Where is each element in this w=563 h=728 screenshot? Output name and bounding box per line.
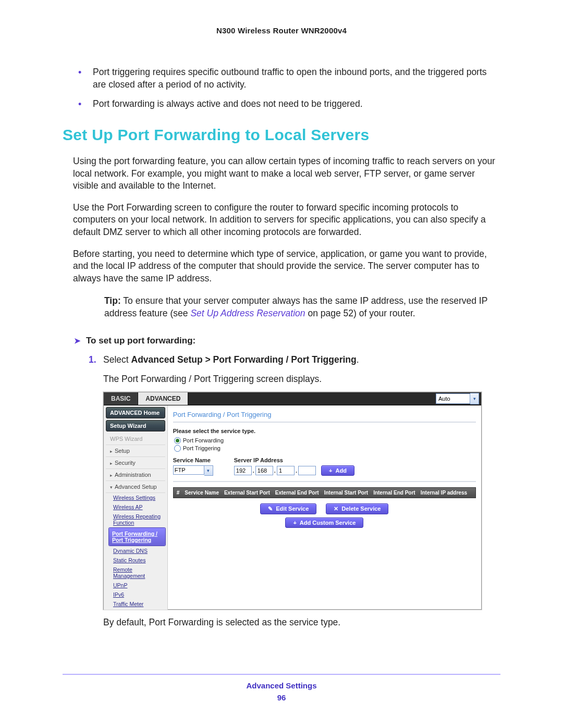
sidebar-item-setup-wizard[interactable]: Setup Wizard [106, 420, 165, 431]
edit-service-button[interactable]: ✎Edit Service [260, 503, 316, 514]
sidebar-sub-wireless-repeating[interactable]: Wireless Repeating Function [104, 512, 167, 527]
step-followup-text: By default, Port Forwarding is selected … [103, 617, 500, 628]
sidebar-sub-upnp[interactable]: UPnP [104, 581, 167, 590]
radio-port-triggering[interactable]: Port Triggering [174, 445, 476, 452]
th-int-start: Internal Start Port [324, 490, 368, 496]
radio-port-forwarding[interactable]: Port Forwarding [174, 437, 476, 444]
service-name-select[interactable] [173, 465, 204, 475]
triangle-right-icon: ▸ [110, 473, 113, 478]
step-item: 1. Select Advanced Setup > Port Forwardi… [89, 353, 500, 366]
sidebar-sub-wireless-ap[interactable]: Wireless AP [104, 502, 167, 512]
tip-text-post: on page 52) of your router. [305, 308, 415, 318]
refresh-input[interactable] [436, 393, 470, 404]
body-paragraph: Using the port forwarding feature, you c… [73, 155, 500, 192]
procedure-heading: ➤To set up port forwarding: [74, 336, 500, 346]
chevron-down-icon[interactable]: ▾ [204, 465, 213, 476]
rules-table-header: # Service Name External Start Port Exter… [173, 487, 476, 498]
page-header-product: N300 Wireless Router WNR2000v4 [63, 26, 500, 35]
tab-basic[interactable]: BASIC [104, 392, 138, 405]
button-label: Delete Service [341, 505, 381, 512]
button-label: Add Custom Service [300, 520, 356, 526]
ip-octet-3[interactable] [277, 466, 295, 475]
sidebar-sub-ipv6[interactable]: IPv6 [104, 590, 167, 599]
section-heading: Set Up Port Forwarding to Local Servers [63, 126, 500, 144]
sidebar-item-administration[interactable]: ▸Administration [106, 469, 165, 481]
step-number: 1. [89, 353, 96, 366]
footer-section: Advanced Settings [63, 681, 500, 690]
footer-page-number: 96 [63, 693, 500, 702]
bullet-item: Port forwarding is always active and doe… [72, 98, 500, 110]
th-ext-end: External End Port [275, 490, 319, 496]
router-ui-screenshot: BASIC ADVANCED ▾ ADVANCED Home Setup Wiz… [103, 392, 482, 610]
page-footer: Advanced Settings 96 [63, 674, 500, 702]
sidebar-sub-dynamic-dns[interactable]: Dynamic DNS [104, 546, 167, 556]
tip-label: Tip: [104, 295, 121, 306]
bullet-item: Port triggering requires specific outbou… [72, 66, 500, 91]
button-label: Add [336, 467, 347, 474]
sidebar-sub-wireless-settings[interactable]: Wireless Settings [104, 493, 167, 502]
chevron-right-icon: ➤ [74, 336, 81, 345]
step-subtext: The Port Forwarding / Port Triggering sc… [103, 374, 500, 385]
plus-icon: + [293, 520, 296, 526]
triangle-right-icon: ▸ [110, 449, 113, 454]
th-service-name: Service Name [185, 490, 219, 496]
service-row: Service Name ▾ Server IP Address . . . [173, 457, 476, 482]
sidebar-item-security[interactable]: ▸Security [106, 457, 165, 469]
radio-icon [174, 445, 181, 452]
refresh-select[interactable]: ▾ [436, 393, 479, 404]
tab-advanced[interactable]: ADVANCED [138, 392, 188, 405]
delete-service-button[interactable]: ✕Delete Service [326, 503, 388, 514]
sidebar-sub-static-routes[interactable]: Static Routes [104, 556, 167, 565]
th-ext-start: External Start Port [224, 490, 270, 496]
plus-icon: + [329, 467, 332, 474]
button-label: Edit Service [276, 505, 309, 512]
th-num: # [177, 490, 180, 496]
bullet-list: Port triggering requires specific outbou… [63, 66, 500, 110]
ip-octet-2[interactable] [255, 466, 273, 475]
triangle-right-icon: ▸ [110, 461, 113, 466]
step-list: 1. Select Advanced Setup > Port Forwardi… [89, 353, 500, 366]
sidebar: ADVANCED Home Setup Wizard WPS Wizard ▸S… [104, 405, 168, 610]
radio-icon [174, 437, 181, 444]
triangle-down-icon: ▾ [110, 485, 113, 490]
top-bar: BASIC ADVANCED ▾ [104, 392, 481, 405]
service-name-label: Service Name [173, 457, 213, 463]
step-text-pre: Select [103, 354, 131, 365]
chevron-down-icon[interactable]: ▾ [470, 393, 479, 404]
sidebar-item-label: Setup [115, 448, 130, 454]
body-paragraph: Before starting, you need to determine w… [73, 248, 500, 285]
service-type-label: Please select the service type. [173, 428, 476, 434]
server-ip-label: Server IP Address [234, 457, 354, 463]
ip-octet-4[interactable] [298, 466, 316, 475]
sidebar-item-label: Administration [115, 472, 151, 478]
sidebar-sub-traffic-meter[interactable]: Traffic Meter [104, 599, 167, 609]
sidebar-item-label: Security [115, 460, 136, 466]
procedure-title: To set up port forwarding: [86, 336, 195, 346]
th-int-end: Internal End Port [373, 490, 415, 496]
tip-xref-link[interactable]: Set Up Address Reservation [190, 308, 305, 318]
server-ip-input: . . . +Add [234, 465, 354, 476]
th-int-ip: Internal IP address [421, 490, 467, 496]
step-text-bold: Advanced Setup > Port Forwarding / Port … [131, 354, 357, 365]
close-icon: ✕ [334, 505, 338, 512]
sidebar-item-setup[interactable]: ▸Setup [106, 445, 165, 457]
page-title: Port Forwarding / Port Triggering [173, 409, 476, 423]
sidebar-item-wps-wizard[interactable]: WPS Wizard [106, 433, 165, 445]
radio-label: Port Triggering [183, 445, 221, 451]
step-text-post: . [357, 354, 359, 365]
tip-block: Tip: To ensure that your server computer… [104, 294, 500, 320]
sidebar-item-label: Advanced Setup [115, 484, 157, 490]
sidebar-item-advanced-setup[interactable]: ▾Advanced Setup [106, 481, 165, 493]
sidebar-item-advanced-home[interactable]: ADVANCED Home [106, 407, 165, 418]
main-panel: Port Forwarding / Port Triggering Please… [168, 405, 481, 610]
add-custom-service-button[interactable]: +Add Custom Service [285, 517, 363, 528]
sidebar-sub-port-forwarding[interactable]: Port Forwarding / Port Triggering [109, 528, 165, 546]
body-paragraph: Use the Port Forwarding screen to config… [73, 202, 500, 239]
sidebar-sub-remote-management[interactable]: Remote Management [104, 565, 167, 581]
add-button[interactable]: +Add [321, 465, 354, 476]
ip-octet-1[interactable] [234, 466, 252, 475]
radio-label: Port Forwarding [183, 437, 224, 443]
pencil-icon: ✎ [268, 505, 273, 512]
